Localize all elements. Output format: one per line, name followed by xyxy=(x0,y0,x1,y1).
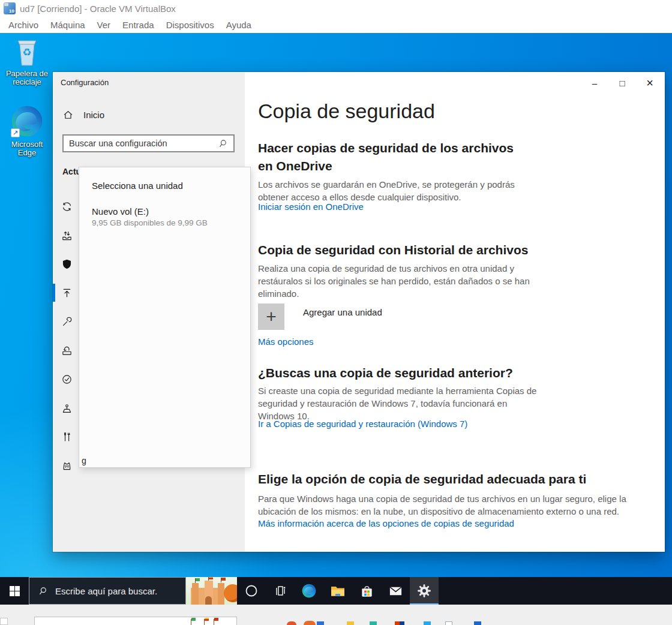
activation-icon xyxy=(61,374,73,385)
settings-search-box[interactable] xyxy=(62,134,235,152)
flag-fragment xyxy=(214,618,218,621)
desktop-icon-label: Papelera de reciclaje xyxy=(4,70,50,86)
file-history-section-body: Realiza una copia de seguridad de tus ar… xyxy=(258,262,537,300)
nav-category-label: Actualización y seguridad xyxy=(62,167,79,176)
edge-icon xyxy=(301,583,317,599)
taskbar-search-input[interactable] xyxy=(55,586,185,596)
shortcut-arrow-icon: ↗ xyxy=(11,128,20,137)
desktop-icon-label: Microsoft Edge xyxy=(4,140,50,157)
edge-taskbar-button[interactable] xyxy=(295,577,323,605)
windows-logo-icon xyxy=(10,586,20,596)
menu-ayuda[interactable]: Ayuda xyxy=(220,20,257,30)
menu-maquina[interactable]: Máquina xyxy=(44,20,91,30)
menu-dispositivos[interactable]: Dispositivos xyxy=(160,20,220,30)
go-to-backup-restore-link[interactable]: Ir a Copias de seguridad y restauración … xyxy=(258,419,467,429)
desktop-icon-recycle-bin[interactable]: ♻ Papelera de reciclaje xyxy=(4,37,50,86)
drive-list-item[interactable]: Nuevo vol (E:) 9,95 GB disponibles de 9,… xyxy=(79,205,250,230)
nav-home-label: Inicio xyxy=(83,110,104,120)
add-drive-button[interactable]: + xyxy=(258,304,284,330)
flag-fragment xyxy=(191,618,196,621)
nav-item-home[interactable]: Inicio xyxy=(62,109,104,121)
previous-backup-section-heading: ¿Buscas una copia de seguridad anterior? xyxy=(258,364,570,382)
file-history-section-heading: Copia de seguridad con Historial de arch… xyxy=(258,241,570,259)
page-title: Copia de seguridad xyxy=(258,100,435,123)
close-button[interactable]: × xyxy=(636,73,664,92)
taskbar-search-box[interactable] xyxy=(29,577,186,605)
store-button[interactable] xyxy=(352,577,381,605)
select-drive-flyout: Selecciona una unidad Nuevo vol (E:) 9,9… xyxy=(79,167,251,468)
more-options-link[interactable]: Más opciones xyxy=(258,336,314,347)
host-taskbar-icon-fragment[interactable] xyxy=(400,621,404,625)
settings-gear-icon xyxy=(417,584,431,598)
minimize-button[interactable]: – xyxy=(581,73,608,92)
onedrive-signin-link[interactable]: Iniciar sesión en OneDrive xyxy=(258,202,364,212)
host-taskbar-icon-fragment[interactable] xyxy=(370,621,377,625)
troubleshoot-icon xyxy=(61,316,73,327)
drive-detail: 9,95 GB disponibles de 9,99 GB xyxy=(92,218,250,227)
menu-archivo[interactable]: Archivo xyxy=(2,20,44,30)
screenshot-root: 10 ud7 [Corriendo] - Oracle VM VirtualBo… xyxy=(0,0,672,625)
search-icon xyxy=(38,586,48,596)
cortana-icon xyxy=(245,584,258,597)
find-my-device-icon xyxy=(61,402,73,414)
recovery-icon xyxy=(61,345,73,356)
mail-button[interactable] xyxy=(381,577,410,605)
news-widget-button[interactable] xyxy=(186,577,237,605)
selected-nav-accent-bar xyxy=(53,284,55,302)
settings-content: Copia de seguridad Hacer copias de segur… xyxy=(245,72,665,552)
virtualbox-menubar: Archivo Máquina Ver Entrada Dispositivos… xyxy=(0,17,672,33)
edge-icon: ↗ xyxy=(10,104,44,139)
host-taskbar-icon-fragment[interactable] xyxy=(347,621,354,625)
flag-fragment xyxy=(205,618,209,621)
start-button[interactable] xyxy=(0,577,29,605)
vm-desktop: ♻ Papelera de reciclaje xyxy=(0,33,672,605)
home-icon xyxy=(62,109,74,121)
settings-taskbar-button[interactable] xyxy=(410,577,439,605)
host-taskbar-icon-fragment[interactable] xyxy=(395,621,400,625)
window-controls: – □ × xyxy=(581,73,664,92)
file-explorer-icon xyxy=(330,583,346,599)
windows-update-icon xyxy=(61,201,73,212)
virtualbox-vm-icon: 10 xyxy=(4,2,16,14)
add-drive-label: Agregar una unidad xyxy=(303,307,382,330)
host-taskbar-icon-fragment[interactable] xyxy=(474,621,481,625)
host-taskbar-icon-fragment[interactable] xyxy=(304,621,316,625)
onedrive-section-body: Los archivos se guardarán en OneDrive, s… xyxy=(258,178,537,203)
host-taskbar-icon-fragment[interactable] xyxy=(445,621,452,625)
previous-backup-section-body: Si creaste una copia de seguridad median… xyxy=(258,384,537,422)
settings-search-input[interactable] xyxy=(64,136,218,151)
add-drive-row: + Agregar una unidad xyxy=(258,304,382,330)
recycle-bin-icon: ♻ xyxy=(13,37,41,68)
host-window-fragment xyxy=(0,618,8,625)
more-info-backup-options-link[interactable]: Más información acerca de las opciones d… xyxy=(258,518,514,528)
host-taskbar-icon-fragment[interactable] xyxy=(317,621,324,625)
menu-entrada[interactable]: Entrada xyxy=(116,20,160,30)
croissant-illustration xyxy=(224,584,237,602)
host-taskbar-icon-fragment[interactable] xyxy=(424,621,431,625)
menu-ver[interactable]: Ver xyxy=(91,20,117,30)
drive-name: Nuevo vol (E:) xyxy=(92,206,250,217)
hidden-label-fragment: g xyxy=(82,456,86,465)
task-view-icon xyxy=(274,584,287,597)
delivery-optimization-icon xyxy=(61,230,73,241)
mail-icon xyxy=(388,584,403,599)
onedrive-section-heading: Hacer copias de seguridad de los archivo… xyxy=(258,139,522,175)
host-taskbar-icon-fragment[interactable] xyxy=(287,621,296,625)
store-icon xyxy=(359,584,374,599)
settings-window-title: Configuración xyxy=(61,78,109,87)
cortana-button[interactable] xyxy=(237,577,266,605)
flyout-title: Selecciona una unidad xyxy=(92,181,250,191)
taskbar xyxy=(0,577,672,605)
task-view-button[interactable] xyxy=(266,577,295,605)
for-developers-icon xyxy=(61,431,73,443)
file-explorer-button[interactable] xyxy=(323,577,352,605)
maximize-button[interactable]: □ xyxy=(608,73,636,92)
backup-icon xyxy=(61,287,73,299)
virtualbox-window-title: ud7 [Corriendo] - Oracle VM VirtualBox xyxy=(20,4,176,14)
virtualbox-titlebar: 10 ud7 [Corriendo] - Oracle VM VirtualBo… xyxy=(0,0,672,17)
desktop-icon-microsoft-edge[interactable]: ↗ Microsoft Edge xyxy=(4,104,50,157)
windows-security-icon xyxy=(61,259,73,270)
choose-option-section-heading: Elige la opción de copia de seguridad ad… xyxy=(258,470,672,488)
host-bottom-strip xyxy=(0,605,672,625)
choose-option-section-body: Para que Windows haga una copia de segur… xyxy=(258,492,666,518)
